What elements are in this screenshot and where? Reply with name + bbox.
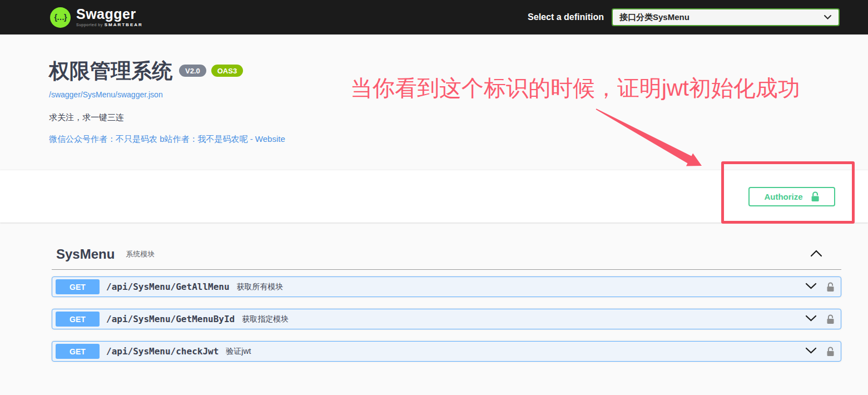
expand-operation-button[interactable] (805, 315, 817, 323)
annotation-highlight-box (721, 161, 855, 224)
get-method-badge: GET (56, 279, 100, 294)
operation-row[interactable]: GET /api/SysMenu/GetAllMenu 获取所有模块 (52, 276, 841, 297)
jwt-annotation-text: 当你看到这个标识的时候，证明jwt初始化成功 (350, 73, 800, 103)
swagger-logo-icon: {…} (50, 7, 71, 28)
auth-lock-icon[interactable] (826, 282, 835, 292)
select-definition-label: Select a definition (528, 12, 604, 22)
definition-select[interactable]: 接口分类SysMenu (612, 8, 840, 26)
swagger-braces-glyph: {…} (54, 13, 67, 22)
operation-path: /api/SysMenu/GetMenuById (106, 314, 235, 324)
smartbear-credit: Supported bySMARTBEAR (76, 23, 143, 27)
page-title: 权限管理系统 (49, 59, 172, 83)
supported-by-label: Supported by (76, 23, 103, 27)
operation-summary: 验证jwt (226, 347, 251, 357)
auth-lock-icon[interactable] (826, 314, 835, 324)
operation-controls (805, 347, 835, 357)
operation-path: /api/SysMenu/checkJwt (106, 346, 219, 357)
get-method-badge: GET (56, 312, 100, 327)
swagger-logo-text: Swagger (76, 7, 143, 21)
swagger-logo[interactable]: {…} Swagger Supported bySMARTBEAR (50, 7, 143, 28)
collapse-section-button[interactable] (810, 250, 822, 259)
get-method-badge: GET (56, 344, 100, 359)
chevron-down-icon (824, 14, 832, 20)
auth-lock-icon[interactable] (826, 347, 835, 357)
topbar: {…} Swagger Supported bySMARTBEAR Select… (0, 0, 868, 34)
definition-select-value: 接口分类SysMenu (619, 12, 690, 23)
chevron-down-icon (805, 283, 817, 291)
expand-operation-button[interactable] (805, 347, 817, 356)
smartbear-label: SMARTBEAR (105, 22, 143, 27)
contact-links[interactable]: 微信公众号作者：不只是码农 b站作者：我不是码农呢 - Website (49, 134, 285, 145)
chevron-up-icon (810, 250, 822, 259)
operations-section: SysMenu 系统模块 GET /api/SysMenu/GetAllMenu… (52, 223, 841, 362)
expand-operation-button[interactable] (805, 283, 817, 291)
swagger-wordmark: Swagger Supported bySMARTBEAR (76, 7, 143, 27)
operation-summary: 获取所有模块 (237, 282, 284, 292)
operation-controls (805, 282, 835, 292)
version-badge: V2.0 (179, 65, 206, 77)
api-description: 求关注，求一键三连 (49, 112, 868, 123)
operation-row[interactable]: GET /api/SysMenu/GetMenuById 获取指定模块 (52, 309, 841, 329)
tag-section-header[interactable]: SysMenu 系统模块 (52, 239, 841, 270)
definition-selector-group: Select a definition 接口分类SysMenu (528, 8, 840, 26)
chevron-down-icon (805, 315, 817, 323)
oas3-badge: OAS3 (211, 65, 243, 77)
operation-path: /api/SysMenu/GetAllMenu (106, 282, 230, 292)
operation-summary: 获取指定模块 (242, 314, 289, 324)
chevron-down-icon (805, 347, 817, 356)
operation-controls (805, 314, 835, 324)
spec-json-link[interactable]: /swagger/SysMenu/swagger.json (49, 90, 163, 99)
annotation-arrow-icon (576, 103, 709, 175)
tag-description: 系统模块 (126, 249, 155, 259)
operation-row[interactable]: GET /api/SysMenu/checkJwt 验证jwt (52, 341, 841, 362)
tag-name: SysMenu (56, 246, 115, 262)
